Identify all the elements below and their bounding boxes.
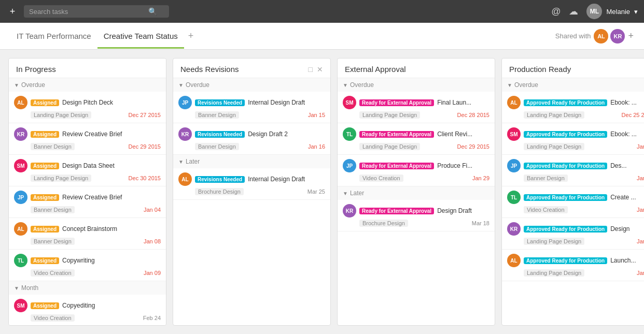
task-card[interactable]: KR Assigned Review Creative Brief Banner… [9, 123, 166, 155]
user-avatar: ML [586, 4, 602, 19]
task-card[interactable]: KR Revisions Needed Design Draft 2 Banne… [173, 123, 330, 155]
task-project: Landing Page Design [524, 269, 584, 277]
task-card[interactable]: AL Approved Ready for Production Launch.… [502, 250, 644, 281]
task-card[interactable]: AL Assigned Design Pitch Deck Landing Pa… [9, 92, 166, 123]
search-input[interactable] [29, 8, 148, 16]
at-icon[interactable]: @ [551, 6, 561, 17]
section-header-in-progress-overdue[interactable]: ▼Overdue [9, 78, 166, 92]
task-badge: Revisions Needed [195, 176, 245, 183]
task-avatar: SM [343, 96, 356, 109]
task-project: Landing Page Design [524, 143, 584, 150]
task-project: Video Creation [524, 206, 568, 213]
task-badge: Ready for External Approval [359, 208, 434, 214]
task-avatar: JP [14, 191, 27, 204]
task-date: Jan 08 [637, 175, 644, 181]
task-avatar: AL [507, 96, 521, 109]
task-card[interactable]: AL Approved Ready for Production Ebook: … [502, 92, 644, 123]
section-header-external-approval-later[interactable]: ▼Later [338, 186, 495, 200]
tab-it-team[interactable]: IT Team Performance [10, 23, 97, 49]
task-card[interactable]: KR Ready for External Approval Design Dr… [338, 200, 495, 231]
task-card[interactable]: TL Assigned Copywriting Video Creation J… [9, 250, 166, 281]
shared-avatar-2[interactable]: KR [610, 29, 625, 43]
task-row1: SM Approved Ready for Production Ebook: … [507, 127, 644, 141]
task-row1: TL Assigned Copywriting [14, 254, 161, 267]
task-card[interactable]: JP Ready for External Approval Produce F… [338, 155, 495, 186]
task-badge: Assigned [31, 99, 59, 106]
task-avatar: AL [14, 96, 27, 109]
main-content: In Progress▼Overdue AL Assigned Design P… [0, 50, 644, 334]
task-title: Ebook: ... [610, 130, 644, 138]
column-external-approval: External Approval▼Overdue SM Ready for E… [337, 58, 495, 326]
task-badge: Approved Ready for Production [524, 163, 607, 169]
column-header-production-ready: Production Ready [502, 59, 644, 78]
column-header-needs-revisions: Needs Revisions□✕ [173, 59, 330, 78]
shared-avatars: AL KR [594, 29, 625, 43]
task-card[interactable]: JP Approved Ready for Production Des...📎… [502, 155, 644, 186]
task-row2: Brochure Design Mar 18 [343, 220, 489, 227]
task-avatar: JP [178, 96, 192, 109]
task-badge: Assigned [31, 163, 59, 169]
shared-avatar-1[interactable]: AL [594, 29, 608, 43]
task-title: Copyediting [62, 302, 161, 309]
section-header-production-ready-overdue[interactable]: ▼Overdue [502, 78, 644, 92]
task-avatar: TL [343, 127, 356, 141]
shared-with-section: Shared with AL KR + [555, 29, 634, 43]
close-icon[interactable]: ✕ [317, 65, 323, 74]
triangle-icon: ▼ [343, 82, 348, 88]
topbar-add-button[interactable]: + [6, 6, 19, 17]
column-title-external-approval: External Approval [345, 65, 406, 74]
task-avatar: TL [507, 191, 521, 204]
section-header-needs-revisions-later[interactable]: ▼Later [173, 155, 330, 168]
task-title: Launch... [610, 257, 644, 264]
tab-creative-team[interactable]: Creative Team Status [97, 23, 184, 49]
user-menu[interactable]: ML Melanie ▾ [586, 4, 638, 19]
task-avatar: KR [14, 127, 27, 141]
task-card[interactable]: SM Approved Ready for Production Ebook: … [502, 123, 644, 155]
task-card[interactable]: SM Assigned Copyediting Video Creation F… [9, 295, 166, 326]
task-date: Dec 28 2015 [457, 112, 489, 118]
task-card[interactable]: AL Revisions Needed Internal Design Draf… [173, 168, 330, 200]
tab-add-button[interactable]: + [184, 31, 198, 41]
task-title: Final Laun... [437, 99, 489, 106]
task-date: Jan 09 [144, 270, 161, 276]
section-header-external-approval-overdue[interactable]: ▼Overdue [338, 78, 495, 92]
task-badge: Ready for External Approval [359, 163, 434, 169]
column-header-in-progress: In Progress [9, 59, 166, 78]
task-row1: TL Ready for External Approval Client Re… [343, 127, 489, 141]
task-avatar: SM [507, 127, 521, 141]
task-avatar: SM [14, 299, 27, 312]
shared-add-button[interactable]: + [628, 31, 634, 41]
section-header-in-progress-month[interactable]: ▼Month [9, 281, 166, 295]
task-date: Jan 29 [472, 175, 489, 181]
task-card[interactable]: AL Assigned Concept Brainstorm Banner De… [9, 218, 166, 250]
task-avatar: AL [178, 172, 192, 186]
cloud-icon[interactable]: ☁ [569, 6, 578, 17]
task-card[interactable]: TL Approved Ready for Production Create … [502, 186, 644, 218]
minimize-icon[interactable]: □ [309, 65, 313, 74]
section-label: Overdue [186, 81, 209, 89]
task-card[interactable]: SM Ready for External Approval Final Lau… [338, 92, 495, 123]
task-card[interactable]: TL Ready for External Approval Client Re… [338, 123, 495, 155]
column-production-ready: Production Ready▼Overdue AL Approved Rea… [501, 58, 644, 326]
task-row2: Landing Page Design Dec 27 2015 [14, 111, 161, 119]
task-row2: Landing Page Design Dec 25 2015 [507, 111, 644, 119]
column-header-external-approval: External Approval [338, 59, 495, 78]
section-label: Later [350, 190, 364, 197]
section-label: Month [21, 284, 38, 292]
section-header-needs-revisions-overdue[interactable]: ▼Overdue [173, 78, 330, 92]
task-project: Landing Page Design [359, 143, 420, 150]
task-card[interactable]: KR Approved Ready for Production Design … [502, 218, 644, 250]
task-row2: Banner Design Jan 04 [14, 206, 161, 213]
task-project: Landing Page Design [359, 111, 420, 119]
task-row1: SM Ready for External Approval Final Lau… [343, 96, 489, 109]
task-row1: KR Ready for External Approval Design Dr… [343, 204, 489, 217]
task-card[interactable]: SM Assigned Design Data Sheet Landing Pa… [9, 155, 166, 186]
task-card[interactable]: JP Assigned Review Creative Brief Banner… [9, 186, 166, 218]
triangle-icon: ▼ [178, 159, 184, 165]
task-date: Mar 25 [307, 188, 325, 195]
user-name: Melanie [606, 8, 630, 16]
task-card[interactable]: JP Revisions Needed Internal Design Draf… [173, 92, 330, 123]
task-row1: SM Assigned Copyediting [14, 299, 161, 312]
task-badge: Assigned [31, 257, 59, 264]
triangle-icon: ▼ [14, 82, 19, 88]
